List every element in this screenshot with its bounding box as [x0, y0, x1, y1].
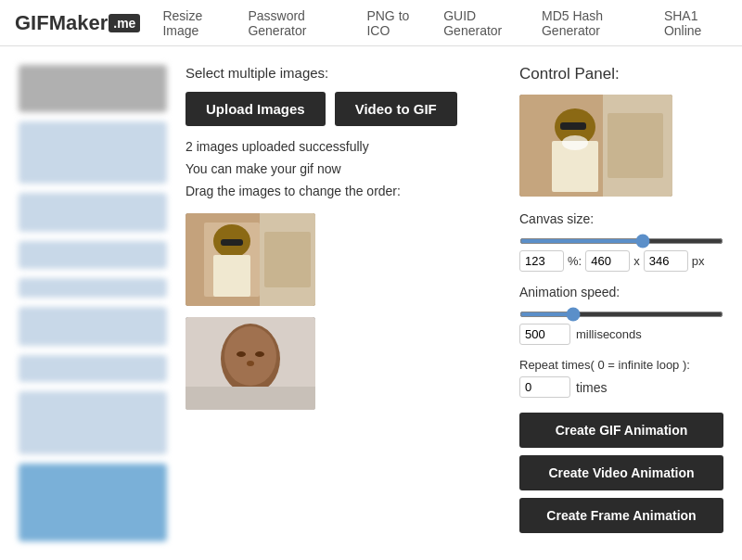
action-buttons: Create GIF Animation Create Video Animat… — [519, 413, 723, 533]
svg-rect-14 — [186, 387, 315, 410]
image-thumb-2[interactable] — [186, 317, 315, 410]
create-gif-button[interactable]: Create GIF Animation — [519, 413, 723, 448]
svg-rect-19 — [560, 122, 586, 130]
sidebar-ad-6 — [19, 355, 167, 383]
sidebar-ad-3 — [19, 241, 167, 269]
sidebar-ad-blue — [19, 464, 167, 541]
content-area: Select multiple images: Upload Images Vi… — [186, 65, 501, 541]
drag-order-text: Drag the images to change the order: — [186, 184, 501, 198]
nav-item-sha1-online[interactable]: SHA1 Online — [664, 8, 727, 38]
logo-badge: .me — [109, 14, 140, 32]
speed-slider-container — [519, 305, 723, 320]
nav-item-password-generator[interactable]: Password Generator — [248, 8, 348, 38]
canvas-size-label: Canvas size: — [519, 211, 723, 226]
main-layout: Select multiple images: Upload Images Vi… — [0, 46, 742, 560]
create-frame-button[interactable]: Create Frame Animation — [519, 498, 723, 533]
nav-item-png-to-ico[interactable]: PNG to ICO — [366, 8, 425, 38]
control-panel-title: Control Panel: — [519, 65, 723, 83]
svg-point-13 — [247, 361, 254, 366]
svg-point-11 — [237, 351, 246, 357]
canvas-px-label: px — [692, 254, 705, 268]
speed-unit-label: milliseconds — [576, 327, 642, 341]
video-to-gif-button[interactable]: Video to GIF — [335, 92, 457, 126]
logo[interactable]: GIFMaker .me — [15, 11, 140, 35]
main-nav: Resize ImagePassword GeneratorPNG to ICO… — [162, 8, 727, 38]
canvas-slider-container — [519, 232, 723, 247]
nav-item-guid-generator[interactable]: GUID Generator — [443, 8, 523, 38]
upload-images-button[interactable]: Upload Images — [186, 92, 326, 126]
svg-rect-5 — [221, 239, 243, 246]
sidebar — [19, 65, 167, 541]
upload-status: 2 images uploaded successfully — [186, 139, 501, 154]
sidebar-ad-4 — [19, 278, 167, 298]
canvas-width-input[interactable] — [585, 250, 630, 272]
svg-point-10 — [224, 326, 276, 386]
svg-rect-4 — [213, 255, 250, 297]
header: GIFMaker .me Resize ImagePassword Genera… — [0, 0, 742, 46]
svg-rect-21 — [608, 113, 663, 178]
nav-item-md5-hash-generator[interactable]: MD5 Hash Generator — [542, 8, 646, 38]
logo-gif-text: GIFMaker — [15, 11, 108, 35]
sidebar-ad-top — [19, 65, 167, 112]
nav-item-resize-image[interactable]: Resize Image — [162, 8, 229, 38]
canvas-pct-input[interactable] — [519, 250, 564, 272]
sidebar-ad-5 — [19, 307, 167, 346]
animation-speed-input[interactable] — [519, 324, 570, 345]
canvas-pct-symbol: %: — [568, 254, 582, 268]
canvas-height-input[interactable] — [644, 250, 688, 272]
sidebar-ad-7 — [19, 391, 167, 453]
svg-point-12 — [255, 351, 264, 357]
animation-speed-slider[interactable] — [519, 312, 723, 317]
button-row: Upload Images Video to GIF — [186, 92, 501, 126]
sidebar-ad-2 — [19, 193, 167, 232]
svg-rect-7 — [264, 232, 311, 287]
image-thumb-1[interactable] — [186, 213, 315, 306]
sidebar-ad-1 — [19, 121, 167, 184]
repeat-row: times — [519, 376, 723, 398]
make-gif-text: You can make your gif now — [186, 161, 501, 176]
repeat-times-input[interactable] — [519, 376, 570, 398]
select-images-label: Select multiple images: — [186, 65, 501, 81]
control-panel: Control Panel: Canvas size: %: — [519, 65, 723, 541]
canvas-size-row: %: x px — [519, 250, 723, 272]
preview-thumbnail — [519, 95, 672, 197]
create-video-button[interactable]: Create Video Animation — [519, 455, 723, 490]
canvas-x-symbol: x — [633, 254, 640, 268]
repeat-unit-label: times — [576, 380, 607, 395]
svg-point-22 — [562, 135, 588, 150]
repeat-section: Repeat times( 0 = infinite loop ): times — [519, 358, 723, 398]
animation-speed-label: Animation speed: — [519, 285, 723, 299]
repeat-times-label: Repeat times( 0 = infinite loop ): — [519, 358, 723, 372]
canvas-size-slider[interactable] — [519, 238, 723, 244]
speed-value-row: milliseconds — [519, 324, 723, 345]
image-list — [186, 213, 501, 410]
